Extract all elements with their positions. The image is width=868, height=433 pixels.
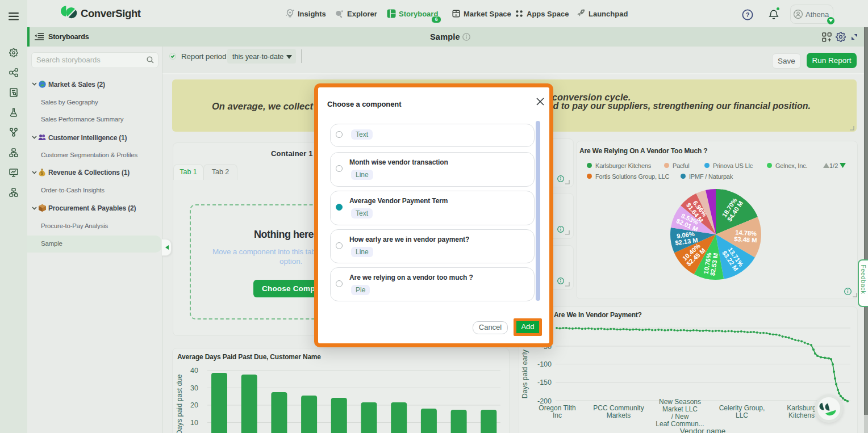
svg-text:-100: -100 — [537, 360, 552, 368]
svg-text:Vendor name: Vendor name — [680, 427, 725, 433]
svg-text:LLC: LLC — [736, 411, 748, 419]
svg-text:Celerity Group,: Celerity Group, — [719, 404, 765, 412]
svg-text:Market LLC: Market LLC — [662, 405, 698, 413]
svg-text:PCC Community: PCC Community — [593, 404, 644, 412]
svg-text:-150: -150 — [537, 379, 552, 386]
svg-text:Markets: Markets — [607, 411, 631, 419]
svg-text:Inc: Inc — [553, 411, 562, 419]
svg-text:/ New: / New — [671, 413, 689, 421]
svg-text:New Seasons: New Seasons — [659, 398, 701, 406]
svg-text:Kitchens: Kitchens — [788, 411, 815, 419]
svg-text:30: 30 — [190, 384, 198, 392]
svg-text:Karlsburg: Karlsburg — [787, 404, 816, 412]
svg-text:20: 20 — [190, 401, 198, 409]
svg-text:40: 40 — [190, 367, 198, 375]
svg-text:Oregon Tilth: Oregon Tilth — [539, 404, 575, 412]
svg-text:?: ? — [746, 11, 750, 18]
svg-text:10: 10 — [190, 419, 198, 427]
svg-text:Days paid past due: Days paid past due — [176, 374, 183, 433]
